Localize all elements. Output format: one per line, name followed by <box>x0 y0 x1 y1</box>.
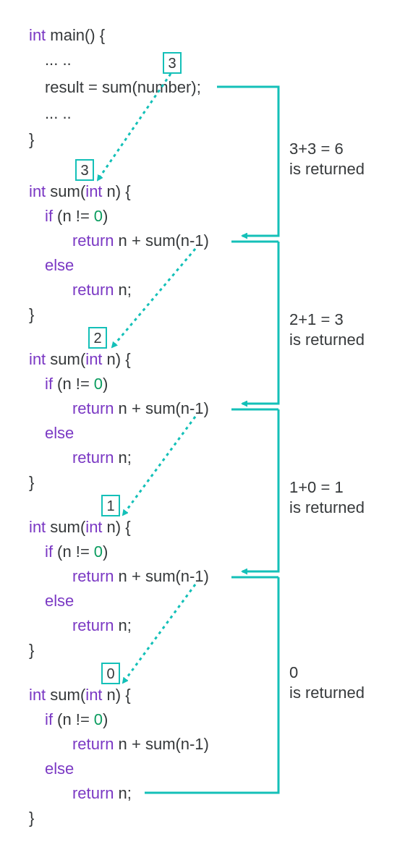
svg-line-3 <box>123 584 195 683</box>
svg-line-1 <box>112 249 195 347</box>
svg-line-2 <box>123 417 195 515</box>
svg-line-0 <box>98 74 171 180</box>
diagram-root: int main() { ... .. result = sum(number)… <box>0 0 413 868</box>
arrow-overlay <box>0 0 413 868</box>
